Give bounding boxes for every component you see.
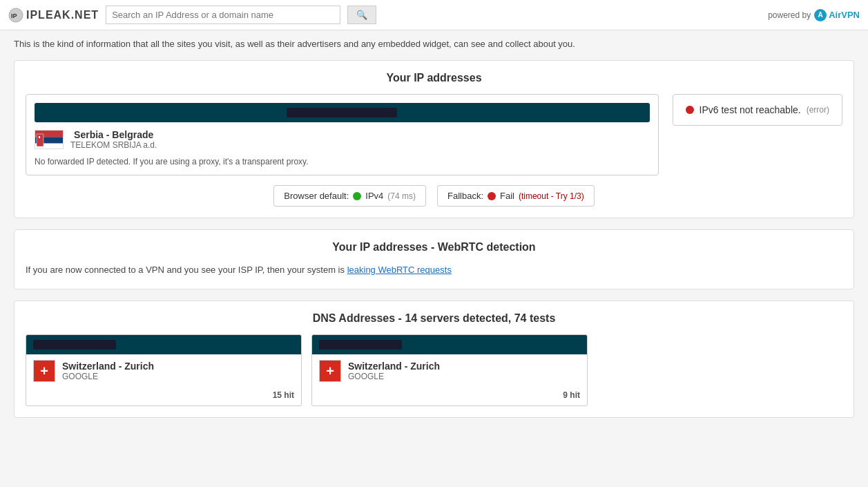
powered-by-text: powered by — [768, 10, 811, 20]
search-button[interactable]: 🔍 — [347, 6, 376, 24]
dns-entry-2: Switzerland - Zurich GOOGLE 9 hit — [311, 334, 588, 406]
dns-location-1: Switzerland - Zurich GOOGLE — [62, 361, 294, 381]
dns-section: DNS Addresses - 14 servers detected, 74 … — [14, 300, 854, 418]
dns-country-1: Switzerland - Zurich — [62, 361, 294, 372]
flag-serbia — [35, 130, 64, 149]
powered-by: powered by A AirVPN — [768, 9, 860, 21]
browser-protocol: IPv4 — [365, 191, 383, 201]
ipv6-status-dot — [686, 106, 694, 114]
header: IP IPLEAK.NET 🔍 powered by A AirVPN — [0, 0, 868, 30]
ip-location-row: Serbia - Belgrade TELEKOM SRBIJA a.d. — [35, 129, 650, 150]
ip-card-content: Serbia - Belgrade TELEKOM SRBIJA a.d. No… — [26, 94, 842, 175]
webrtc-card: Your IP addresses - WebRTC detection If … — [14, 229, 854, 289]
airvpn-label: AirVPN — [829, 10, 860, 20]
fallback-status-dot — [488, 192, 496, 200]
forwarded-text: No forwarded IP detected. If you are usi… — [35, 157, 650, 166]
airvpn-logo: A AirVPN — [814, 9, 860, 21]
ip-addresses-card: Your IP addresses — [14, 60, 854, 218]
fallback-status: Fail — [500, 191, 514, 201]
fallback-label: Fallback: — [447, 191, 483, 201]
dns-bar-inner-1 — [33, 340, 116, 350]
flag-switzerland-2 — [319, 360, 341, 382]
dns-location-2: Switzerland - Zurich GOOGLE — [348, 361, 580, 381]
dns-details-2: Switzerland - Zurich GOOGLE — [312, 354, 587, 388]
ip-box: Serbia - Belgrade TELEKOM SRBIJA a.d. No… — [26, 94, 659, 175]
flag-switzerland-1 — [33, 360, 55, 382]
logo-text: IPLEAK.NET — [26, 9, 99, 21]
search-icon: 🔍 — [356, 10, 367, 20]
location-isp: TELEKOM SRBIJA a.d. — [70, 140, 157, 150]
ipv6-status-text: IPv6 test not reachable. — [700, 104, 801, 115]
webrtc-text: If you are now connected to a VPN and yo… — [26, 263, 842, 278]
webrtc-title: Your IP addresses - WebRTC detection — [26, 241, 842, 254]
dns-details-1: Switzerland - Zurich GOOGLE — [26, 354, 301, 388]
dns-isp-1: GOOGLE — [62, 372, 294, 381]
svg-rect-9 — [39, 136, 40, 138]
intro-text: This is the kind of information that all… — [14, 39, 854, 49]
dns-bar-inner-2 — [319, 340, 402, 350]
dns-isp-2: GOOGLE — [348, 372, 580, 381]
dns-grid: Switzerland - Zurich GOOGLE 15 hit Switz… — [26, 334, 842, 406]
ip-location-text: Serbia - Belgrade TELEKOM SRBIJA a.d. — [70, 129, 157, 150]
location-name: Serbia - Belgrade — [70, 129, 157, 140]
main-content: This is the kind of information that all… — [0, 30, 868, 426]
dns-bar-1 — [26, 335, 301, 354]
dns-hit-2: 9 hit — [312, 388, 587, 405]
ipv6-error-text: (error) — [807, 105, 829, 115]
browser-ms: (74 ms) — [387, 191, 416, 201]
dns-country-2: Switzerland - Zurich — [348, 361, 580, 372]
webrtc-intro: If you are now connected to a VPN and yo… — [26, 265, 345, 275]
ip-bar-inner — [287, 108, 397, 117]
svg-rect-8 — [40, 135, 43, 140]
airvpn-icon: A — [814, 9, 827, 21]
ip-bar — [35, 103, 650, 122]
ip-card-title: Your IP addresses — [26, 72, 842, 84]
svg-text:IP: IP — [11, 12, 17, 19]
fallback-btn: Fallback: Fail (timeout - Try 1/3) — [437, 185, 595, 207]
logo-area: IP IPLEAK.NET — [8, 8, 99, 23]
browser-status-dot — [353, 192, 361, 200]
search-input[interactable] — [106, 6, 340, 24]
dns-bar-2 — [312, 335, 587, 354]
browser-default-btn: Browser default: IPv4 (74 ms) — [273, 185, 426, 207]
webrtc-link[interactable]: leaking WebRTC requests — [347, 265, 452, 275]
browser-label: Browser default: — [284, 191, 349, 201]
dns-title: DNS Addresses - 14 servers detected, 74 … — [26, 312, 842, 325]
logo-icon: IP — [8, 8, 23, 23]
ipv6-box: IPv6 test not reachable. (error) — [673, 94, 842, 126]
dns-hit-1: 15 hit — [26, 388, 301, 405]
dns-entry-1: Switzerland - Zurich GOOGLE 15 hit — [26, 334, 302, 406]
status-buttons: Browser default: IPv4 (74 ms) Fallback: … — [26, 185, 842, 207]
fallback-detail: (timeout - Try 1/3) — [519, 191, 584, 201]
